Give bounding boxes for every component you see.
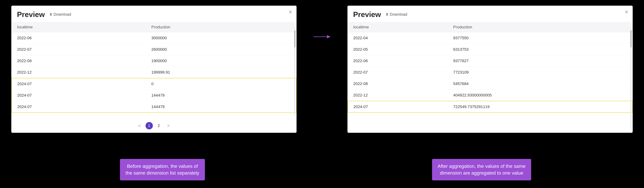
left-pagination: < 1 2 > [11, 119, 296, 133]
right-cell-production: 5457684 [448, 78, 632, 90]
right-table-row: 2022-056313753 [348, 44, 632, 55]
left-caption: Before aggregation, the values ofthe sam… [120, 159, 205, 180]
left-cell-localtime: 2022-08 [12, 55, 146, 67]
right-cell-localtime: 2022-08 [348, 78, 448, 90]
left-scrollbar-thumb[interactable] [294, 30, 296, 47]
left-cell-localtime: 2022-07 [12, 44, 146, 55]
left-cell-production: 1900000 [146, 55, 296, 67]
right-panel-header: Preview ⬇ Download [348, 6, 633, 22]
right-table-row: 2024-07722549.7375291119 [348, 101, 632, 113]
left-caption-box: Before aggregation, the values ofthe sam… [11, 159, 314, 180]
right-download-icon: ⬇ [386, 12, 388, 17]
right-cell-production: 722549.7375291119 [448, 101, 632, 113]
right-download-button[interactable]: ⬇ Download [384, 11, 408, 17]
left-table-row: 2024-070 [12, 78, 296, 90]
left-cell-localtime: 2024-07 [12, 101, 146, 113]
left-panel: Preview ⬇ Download × localtime Productio… [11, 6, 296, 133]
left-table-row: 2022-12199999.91 [12, 67, 296, 78]
bottom-bar: Before aggregation, the values ofthe sam… [0, 151, 644, 188]
right-cell-production: 6313753 [448, 44, 632, 55]
right-cell-localtime: 2022-05 [348, 44, 448, 55]
left-cell-production: 2600000 [146, 44, 296, 55]
left-download-icon: ⬇ [49, 12, 52, 17]
left-next-button[interactable]: > [165, 122, 172, 129]
right-table-row: 2022-069377627 [348, 55, 632, 67]
right-cell-localtime: 2022-04 [348, 32, 448, 44]
left-table-container: localtime Production 2022-0630000002022-… [11, 22, 296, 119]
left-table-row: 2022-081900000 [12, 55, 296, 67]
direction-arrow-icon [314, 34, 330, 39]
right-cell-localtime: 2022-07 [348, 67, 448, 78]
right-col-localtime: localtime [348, 22, 448, 32]
left-cell-localtime: 2022-06 [12, 32, 146, 44]
right-cell-localtime: 2022-12 [348, 90, 448, 101]
right-cell-localtime: 2022-06 [348, 55, 448, 67]
left-cell-localtime: 2022-12 [12, 67, 146, 78]
right-cell-production: 9377627 [448, 55, 632, 67]
left-page-1-button[interactable]: 1 [146, 122, 153, 129]
right-caption-box: After aggregation, the values of the sam… [330, 159, 633, 180]
left-cell-production: 144479 [146, 101, 296, 113]
left-cell-localtime: 2024-07 [12, 90, 146, 101]
left-col-production: Production [146, 22, 296, 32]
right-close-button[interactable]: × [625, 9, 628, 15]
left-download-button[interactable]: ⬇ Download [48, 11, 72, 17]
left-table-row: 2024-07144479 [12, 90, 296, 101]
right-table-row: 2022-049377550 [348, 32, 632, 44]
right-table-container: localtime Production 2022-0493775502022-… [348, 22, 633, 133]
left-cell-production: 199999.91 [146, 67, 296, 78]
right-table-header-row: localtime Production [348, 22, 632, 32]
right-scrollbar-track[interactable] [630, 29, 632, 130]
left-cell-production: 3000000 [146, 32, 296, 44]
right-scrollbar-thumb[interactable] [630, 30, 632, 47]
right-table-row: 2022-12404922.93000000005 [348, 90, 632, 101]
right-table-row: 2022-077723109 [348, 67, 632, 78]
left-cell-production: 0 [146, 78, 296, 90]
left-scrollbar-track[interactable] [294, 29, 296, 116]
left-page-2-button[interactable]: 2 [155, 122, 162, 129]
right-panel: Preview ⬇ Download × localtime Productio… [348, 6, 633, 133]
right-caption: After aggregation, the values of the sam… [432, 159, 531, 180]
left-panel-title: Preview [17, 10, 45, 19]
left-close-button[interactable]: × [289, 9, 292, 15]
left-table-row: 2022-072600000 [12, 44, 296, 55]
left-table-header-row: localtime Production [12, 22, 296, 32]
right-download-label: Download [390, 12, 408, 17]
left-prev-button[interactable]: < [136, 122, 143, 129]
left-table-row: 2024-07144479 [12, 101, 296, 113]
right-cell-localtime: 2024-07 [348, 101, 448, 113]
right-table: localtime Production 2022-0493775502022-… [348, 22, 633, 113]
left-panel-header: Preview ⬇ Download [11, 6, 296, 22]
left-download-label: Download [54, 12, 71, 17]
svg-marker-1 [327, 35, 330, 38]
right-table-row: 2022-085457684 [348, 78, 632, 90]
right-cell-production: 7723109 [448, 67, 632, 78]
right-panel-title: Preview [353, 10, 381, 19]
left-table-row: 2022-063000000 [12, 32, 296, 44]
right-col-production: Production [448, 22, 632, 32]
left-table: localtime Production 2022-0630000002022-… [11, 22, 296, 113]
left-cell-localtime: 2024-07 [12, 78, 146, 90]
right-cell-production: 404922.93000000005 [448, 90, 632, 101]
left-cell-production: 144479 [146, 90, 296, 101]
arrow-container [314, 6, 330, 39]
right-cell-production: 9377550 [448, 32, 632, 44]
left-col-localtime: localtime [12, 22, 146, 32]
